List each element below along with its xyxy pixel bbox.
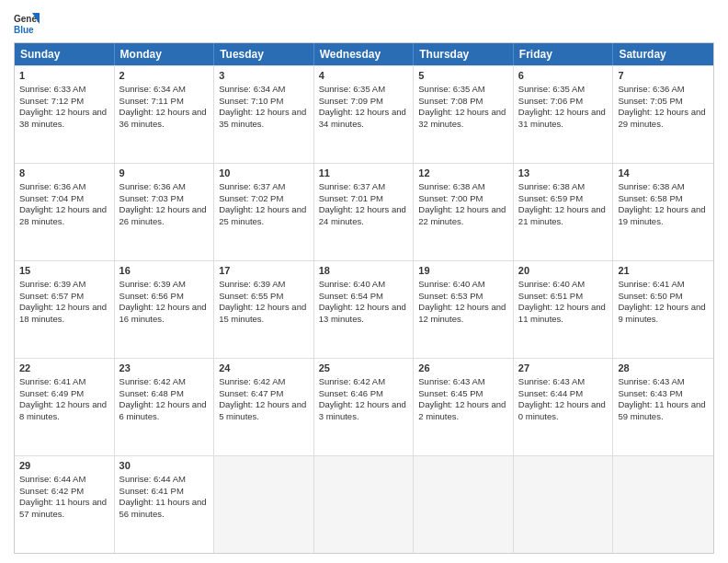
cal-cell: 4Sunrise: 6:35 AMSunset: 7:09 PMDaylight…	[314, 66, 415, 163]
sunset-text: Sunset: 6:48 PM	[119, 388, 184, 398]
sunrise-text: Sunrise: 6:41 AM	[19, 376, 85, 386]
sunset-text: Sunset: 6:56 PM	[119, 291, 184, 301]
cal-cell: 5Sunrise: 6:35 AMSunset: 7:08 PMDaylight…	[414, 66, 514, 163]
daylight-text: Daylight: 12 hours and 12 minutes.	[418, 302, 506, 324]
day-number: 30	[119, 459, 210, 473]
daylight-text: Daylight: 12 hours and 24 minutes.	[319, 204, 406, 226]
sunrise-text: Sunrise: 6:44 AM	[119, 474, 186, 484]
sunrise-text: Sunrise: 6:39 AM	[19, 279, 85, 289]
day-number: 14	[618, 167, 709, 180]
daylight-text: Daylight: 12 hours and 25 minutes.	[219, 204, 306, 226]
sunrise-text: Sunrise: 6:35 AM	[319, 84, 385, 94]
sunset-text: Sunset: 6:57 PM	[19, 291, 84, 301]
day-number: 25	[319, 362, 409, 375]
daylight-text: Daylight: 12 hours and 26 minutes.	[119, 204, 207, 226]
sunrise-text: Sunrise: 6:33 AM	[19, 84, 85, 94]
sunset-text: Sunset: 7:09 PM	[319, 96, 383, 106]
day-number: 8	[19, 167, 109, 180]
daylight-text: Daylight: 12 hours and 38 minutes.	[19, 107, 107, 129]
daylight-text: Daylight: 12 hours and 2 minutes.	[418, 399, 506, 421]
daylight-text: Daylight: 12 hours and 34 minutes.	[319, 107, 406, 129]
sunrise-text: Sunrise: 6:41 AM	[618, 279, 684, 289]
header: General Blue	[14, 9, 714, 35]
header-thursday: Thursday	[414, 43, 514, 65]
sunrise-text: Sunrise: 6:38 AM	[518, 181, 585, 191]
sunrise-text: Sunrise: 6:42 AM	[119, 376, 186, 386]
cal-cell: 21Sunrise: 6:41 AMSunset: 6:50 PMDayligh…	[613, 261, 713, 358]
sunset-text: Sunset: 6:53 PM	[418, 291, 483, 301]
week-row-3: 15Sunrise: 6:39 AMSunset: 6:57 PMDayligh…	[15, 260, 713, 358]
sunrise-text: Sunrise: 6:39 AM	[219, 279, 285, 289]
cal-cell: 28Sunrise: 6:43 AMSunset: 6:43 PMDayligh…	[613, 359, 713, 455]
cal-cell	[214, 456, 314, 553]
day-number: 12	[418, 167, 508, 180]
day-number: 5	[418, 69, 508, 83]
sunrise-text: Sunrise: 6:34 AM	[119, 84, 186, 94]
daylight-text: Daylight: 12 hours and 8 minutes.	[19, 399, 107, 421]
cal-cell: 10Sunrise: 6:37 AMSunset: 7:02 PMDayligh…	[214, 164, 314, 260]
sunset-text: Sunset: 6:50 PM	[618, 291, 682, 301]
sunrise-text: Sunrise: 6:40 AM	[518, 279, 585, 289]
cal-cell: 29Sunrise: 6:44 AMSunset: 6:42 PMDayligh…	[15, 456, 115, 553]
daylight-text: Daylight: 12 hours and 31 minutes.	[518, 107, 606, 129]
day-number: 29	[19, 459, 109, 473]
sunrise-text: Sunrise: 6:43 AM	[418, 376, 484, 386]
page: General Blue Sunday Monday Tuesday Wedne…	[0, 0, 728, 563]
day-number: 24	[219, 362, 309, 375]
cal-cell: 6Sunrise: 6:35 AMSunset: 7:06 PMDaylight…	[514, 66, 614, 163]
daylight-text: Daylight: 12 hours and 3 minutes.	[319, 399, 406, 421]
daylight-text: Daylight: 12 hours and 18 minutes.	[19, 302, 107, 324]
day-number: 15	[19, 264, 109, 278]
cal-cell: 7Sunrise: 6:36 AMSunset: 7:05 PMDaylight…	[613, 66, 713, 163]
sunset-text: Sunset: 6:44 PM	[518, 388, 583, 398]
sunset-text: Sunset: 6:55 PM	[219, 291, 283, 301]
daylight-text: Daylight: 12 hours and 28 minutes.	[19, 204, 107, 226]
sunset-text: Sunset: 6:49 PM	[19, 388, 84, 398]
sunrise-text: Sunrise: 6:44 AM	[19, 474, 85, 484]
header-sunday: Sunday	[15, 43, 115, 65]
cal-cell: 18Sunrise: 6:40 AMSunset: 6:54 PMDayligh…	[314, 261, 415, 358]
sunset-text: Sunset: 7:03 PM	[119, 193, 184, 203]
day-number: 17	[219, 264, 309, 278]
sunrise-text: Sunrise: 6:36 AM	[618, 84, 684, 94]
sunset-text: Sunset: 7:08 PM	[418, 96, 483, 106]
daylight-text: Daylight: 12 hours and 16 minutes.	[119, 302, 207, 324]
daylight-text: Daylight: 12 hours and 19 minutes.	[618, 204, 705, 226]
sunset-text: Sunset: 6:46 PM	[319, 388, 383, 398]
day-number: 3	[219, 69, 309, 83]
sunset-text: Sunset: 7:01 PM	[319, 193, 383, 203]
daylight-text: Daylight: 12 hours and 36 minutes.	[119, 107, 207, 129]
cal-cell: 12Sunrise: 6:38 AMSunset: 7:00 PMDayligh…	[414, 164, 514, 260]
sunset-text: Sunset: 6:58 PM	[618, 193, 682, 203]
sunset-text: Sunset: 6:47 PM	[219, 388, 283, 398]
daylight-text: Daylight: 12 hours and 0 minutes.	[518, 399, 606, 421]
sunrise-text: Sunrise: 6:40 AM	[319, 279, 385, 289]
cal-cell: 26Sunrise: 6:43 AMSunset: 6:45 PMDayligh…	[414, 359, 514, 455]
sunset-text: Sunset: 6:54 PM	[319, 291, 383, 301]
sunset-text: Sunset: 6:45 PM	[418, 388, 483, 398]
day-number: 22	[19, 362, 109, 375]
cal-cell: 13Sunrise: 6:38 AMSunset: 6:59 PMDayligh…	[514, 164, 614, 260]
daylight-text: Daylight: 12 hours and 21 minutes.	[518, 204, 606, 226]
sunrise-text: Sunrise: 6:37 AM	[219, 181, 285, 191]
header-friday: Friday	[514, 43, 614, 65]
cal-cell: 11Sunrise: 6:37 AMSunset: 7:01 PMDayligh…	[314, 164, 415, 260]
sunset-text: Sunset: 6:59 PM	[518, 193, 583, 203]
cal-cell: 24Sunrise: 6:42 AMSunset: 6:47 PMDayligh…	[214, 359, 314, 455]
cal-cell: 16Sunrise: 6:39 AMSunset: 6:56 PMDayligh…	[115, 261, 215, 358]
week-row-5: 29Sunrise: 6:44 AMSunset: 6:42 PMDayligh…	[15, 455, 713, 553]
sunrise-text: Sunrise: 6:36 AM	[119, 181, 186, 191]
day-number: 6	[518, 69, 609, 83]
sunrise-text: Sunrise: 6:34 AM	[219, 84, 285, 94]
day-number: 10	[219, 167, 309, 180]
day-number: 1	[19, 69, 109, 83]
header-saturday: Saturday	[613, 43, 713, 65]
sunrise-text: Sunrise: 6:38 AM	[618, 181, 684, 191]
sunrise-text: Sunrise: 6:42 AM	[219, 376, 285, 386]
cal-cell: 14Sunrise: 6:38 AMSunset: 6:58 PMDayligh…	[613, 164, 713, 260]
cal-cell: 25Sunrise: 6:42 AMSunset: 6:46 PMDayligh…	[314, 359, 415, 455]
sunset-text: Sunset: 7:12 PM	[19, 96, 84, 106]
sunset-text: Sunset: 6:51 PM	[518, 291, 583, 301]
cal-cell	[314, 456, 415, 553]
cal-cell: 2Sunrise: 6:34 AMSunset: 7:11 PMDaylight…	[115, 66, 215, 163]
